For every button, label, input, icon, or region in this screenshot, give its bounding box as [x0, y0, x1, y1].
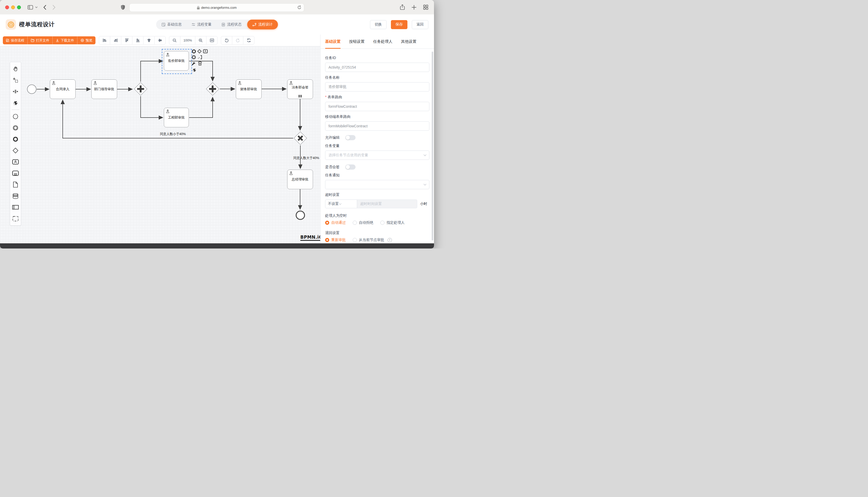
start-event-icon[interactable] — [10, 111, 21, 122]
sliders-icon — [191, 23, 195, 27]
task-name-input[interactable]: 造价部审批 — [325, 82, 429, 91]
address-bar[interactable]: demo.orangeforms.com — [129, 3, 304, 12]
align-top-icon[interactable] — [121, 36, 132, 44]
radio-from-current-node[interactable]: 从当前节点审批! — [353, 238, 392, 242]
bpmn-io-watermark[interactable]: BPMN.iO — [300, 235, 320, 241]
data-object-icon[interactable] — [10, 179, 21, 190]
end-event-node[interactable] — [295, 210, 305, 220]
timeout-value-input[interactable]: 超时时间设置 — [357, 200, 417, 208]
radio-auto-reject[interactable]: 自动拒绝 — [353, 221, 373, 225]
share-icon[interactable] — [400, 4, 405, 10]
sequence-flows[interactable] — [0, 46, 320, 243]
reset-icon[interactable] — [243, 36, 254, 44]
close-window-button[interactable] — [5, 5, 9, 9]
tab-process-status[interactable]: 流程状态 — [217, 20, 246, 28]
global-connect-tool-icon[interactable] — [10, 97, 21, 109]
edge-label-gt40[interactable]: 同意人数大于40% — [287, 156, 320, 160]
ctx-delete-trash-icon[interactable] — [198, 61, 202, 66]
radio-re-approve[interactable]: 重新审批 — [325, 238, 346, 242]
call-activity-icon[interactable] — [10, 168, 21, 179]
radio-assign-handler[interactable]: 指定处理人 — [380, 221, 404, 225]
countersign-toggle[interactable] — [345, 165, 356, 170]
return-button[interactable]: 返回 — [412, 20, 428, 29]
user-task-icon[interactable] — [10, 156, 21, 168]
save-button[interactable]: 保存 — [391, 20, 408, 29]
task-legal-dept-countersign[interactable]: 法务部会签 — [287, 80, 313, 99]
task-contract-entry[interactable]: 合同录入 — [50, 80, 75, 99]
lasso-tool-icon[interactable] — [10, 74, 21, 86]
tab-button-settings[interactable]: 按钮设置 — [349, 34, 364, 48]
form-route-input[interactable]: formFlowContract — [325, 102, 429, 111]
task-finance-dept-approval[interactable]: 财务部审批 — [236, 80, 262, 99]
fit-viewport-icon[interactable] — [206, 36, 217, 44]
lock-icon — [197, 6, 200, 10]
allow-edit-toggle[interactable] — [345, 135, 356, 140]
save-flow-button[interactable]: 保存流程 — [3, 36, 28, 44]
back-button[interactable] — [43, 5, 46, 10]
task-name-label: 任务名称 — [325, 75, 429, 80]
parallel-gateway-split[interactable] — [134, 82, 148, 96]
download-file-button[interactable]: 下载文件 — [53, 36, 78, 44]
tab-process-variables[interactable]: 流程变量 — [187, 20, 216, 28]
ctx-append-user-task-icon[interactable] — [203, 49, 208, 54]
undo-icon[interactable] — [221, 36, 232, 44]
ctx-append-intermediate-event-icon[interactable] — [191, 55, 196, 59]
ctx-append-end-event-icon[interactable] — [191, 49, 196, 54]
mobile-form-route-input[interactable]: formMobileFlowContract — [325, 122, 429, 131]
zoom-in-icon[interactable] — [195, 36, 206, 44]
tab-basic-settings[interactable]: 基础设置 — [325, 34, 341, 48]
tab-other-settings[interactable]: 其他设置 — [401, 34, 416, 48]
zoom-window-button[interactable] — [17, 5, 21, 9]
start-event-node[interactable] — [27, 84, 37, 94]
align-bottom-icon[interactable] — [132, 36, 143, 44]
timeout-mode-select[interactable]: 不设置 — [325, 200, 357, 208]
minimize-window-button[interactable] — [11, 5, 15, 9]
task-dept-leader-approval[interactable]: 部门领导审批 — [91, 80, 117, 99]
align-center-horizontal-icon[interactable] — [143, 36, 154, 44]
space-tool-icon[interactable] — [10, 86, 21, 97]
end-event-icon[interactable] — [10, 133, 21, 145]
participant-icon[interactable] — [10, 202, 21, 213]
bpmn-canvas[interactable]: 同意人数小于40% 同意人数大于40% — [0, 46, 320, 243]
data-store-icon[interactable] — [10, 190, 21, 202]
forward-button[interactable] — [53, 5, 55, 10]
ctx-append-text-annotation-icon[interactable] — [198, 55, 202, 59]
reload-icon[interactable] — [297, 5, 301, 10]
sidebar-chevron-icon[interactable] — [35, 6, 38, 8]
new-tab-icon[interactable] — [412, 5, 416, 10]
task-id-input[interactable]: Activity_0725154 — [325, 63, 429, 72]
zoom-level[interactable]: 100% — [180, 36, 195, 44]
tab-overview-icon[interactable] — [423, 5, 428, 10]
ctx-connect-tool-icon[interactable] — [192, 68, 197, 72]
group-icon[interactable] — [10, 213, 21, 224]
open-file-button[interactable]: 打开文件 — [28, 36, 53, 44]
align-right-icon[interactable] — [110, 36, 121, 44]
privacy-shield-icon[interactable] — [121, 5, 125, 10]
ctx-change-type-wrench-icon[interactable] — [191, 61, 196, 66]
task-engineering-dept-approval[interactable]: 工程部审批 — [164, 108, 189, 127]
gateway-icon[interactable] — [10, 145, 21, 156]
align-left-icon[interactable] — [99, 36, 110, 44]
task-cost-dept-approval[interactable]: 造价部审批 — [164, 51, 189, 71]
exclusive-gateway[interactable] — [293, 131, 307, 145]
edge-label-lt40[interactable]: 同意人数小于40% — [151, 132, 195, 136]
task-variable-select[interactable]: 选择任务节点使用的变量 — [325, 151, 429, 160]
preview-button[interactable]: 预览 — [78, 36, 95, 44]
task-general-manager-approval[interactable]: 总经理审批 — [287, 170, 313, 189]
panel-scrollbar[interactable] — [432, 52, 433, 241]
hand-tool-icon[interactable] — [10, 63, 21, 74]
align-middle-vertical-icon[interactable] — [154, 36, 165, 44]
tab-process-design[interactable]: 流程设计 — [247, 19, 278, 29]
redo-icon[interactable] — [232, 36, 243, 44]
sidebar-toggle-icon[interactable] — [28, 5, 33, 10]
radio-auto-approve[interactable]: 自动通过 — [325, 221, 346, 225]
zoom-out-icon[interactable] — [169, 36, 180, 44]
tab-basic-info[interactable]: 基础信息 — [157, 20, 186, 28]
intermediate-event-icon[interactable] — [10, 122, 21, 133]
switch-button[interactable]: 切换 — [370, 20, 387, 29]
ctx-append-gateway-icon[interactable] — [197, 49, 202, 54]
chevron-down-icon — [424, 184, 427, 186]
tab-task-assignee[interactable]: 任务处理人 — [373, 34, 392, 48]
parallel-gateway-join[interactable] — [205, 82, 220, 96]
task-notify-select[interactable] — [325, 180, 429, 189]
